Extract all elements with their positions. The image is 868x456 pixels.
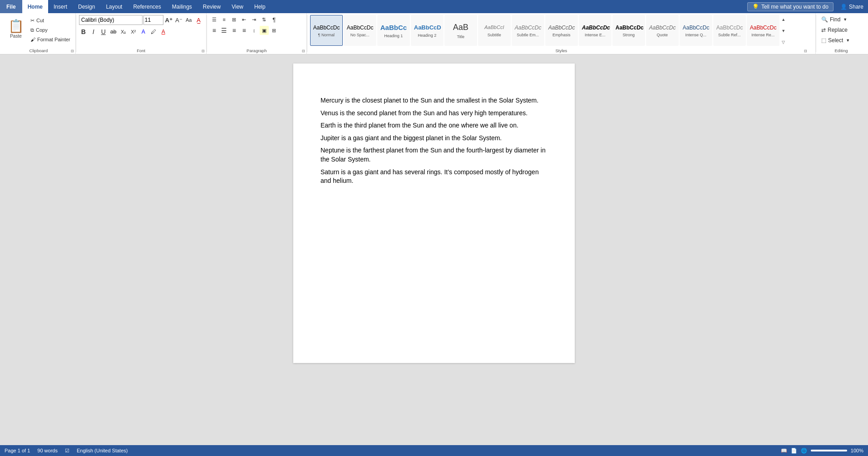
font-label-row: Font [76, 48, 206, 53]
tab-home[interactable]: Home [22, 0, 48, 13]
style-item-intense-q[interactable]: AaBbCcDcIntense Q... [680, 15, 712, 46]
strikethrough-button[interactable]: ab [109, 27, 118, 36]
font-size-input[interactable] [143, 15, 163, 25]
clear-format-button[interactable]: A̲ [194, 15, 203, 25]
style-preview-strong: AaBbCcDc [614, 24, 644, 32]
paste-button[interactable]: 📋 Paste [5, 15, 27, 43]
style-item-heading1[interactable]: AaBbCcHeading 1 [377, 15, 410, 46]
doc-paragraph-1[interactable]: Venus is the second planet from the Sun … [321, 109, 547, 118]
tell-me-box[interactable]: 💡 Tell me what you want to do [747, 2, 833, 11]
styles-scroll-down[interactable]: ▼ [780, 26, 787, 35]
bold-button[interactable]: B [79, 27, 88, 36]
doc-paragraph-4[interactable]: Neptune is the farthest planet from the … [321, 146, 547, 164]
style-item-normal[interactable]: AaBbCcDc¶ Normal [310, 15, 343, 46]
tab-view[interactable]: View [226, 0, 249, 13]
bullets-button[interactable]: ☰ [210, 15, 219, 24]
decrease-font-button[interactable]: A⁻ [174, 15, 183, 25]
change-case-button[interactable]: Aa [184, 15, 193, 25]
superscript-button[interactable]: X² [129, 27, 138, 36]
text-effects-button[interactable]: A [139, 27, 148, 36]
style-item-quote[interactable]: AaBbCcDcQuote [646, 15, 679, 46]
tell-me-text: Tell me what you want to do [761, 4, 829, 10]
style-item-subtle-em[interactable]: AaBbCcDcSubtle Em... [512, 15, 544, 46]
tab-container: File Home Insert Design Layout Reference… [0, 0, 271, 13]
underline-button[interactable]: U [99, 27, 108, 36]
tab-insert[interactable]: Insert [48, 0, 73, 13]
align-center-button[interactable]: ☰ [220, 26, 229, 35]
clipboard-content: 📋 Paste ✂ Cut ⧉ Copy 🖌 Format Painter [5, 15, 73, 46]
share-button[interactable]: 👤 Share [840, 4, 863, 10]
decrease-indent-button[interactable]: ⇤ [240, 15, 249, 24]
find-button[interactable]: 🔍 Find ▼ [819, 15, 852, 24]
tab-review[interactable]: Review [197, 0, 226, 13]
align-left-button[interactable]: ≡ [210, 26, 219, 35]
subscript-button[interactable]: X₂ [119, 27, 128, 36]
font-name-input[interactable] [79, 15, 143, 25]
sort-button[interactable]: ⇅ [260, 15, 269, 24]
style-item-no-spacing[interactable]: AaBbCcDcNo Spac... [344, 15, 376, 46]
font-row-1: A⁺ A⁻ Aa A̲ [79, 15, 203, 25]
tab-file[interactable]: File [0, 0, 22, 13]
increase-font-button[interactable]: A⁺ [164, 15, 173, 25]
tab-design[interactable]: Design [73, 0, 100, 13]
document-page[interactable]: Mercury is the closest planet to the Sun… [293, 64, 575, 363]
font-expand-icon[interactable]: ⊡ [202, 49, 205, 53]
tab-help[interactable]: Help [249, 0, 271, 13]
align-right-button[interactable]: ≡ [230, 26, 239, 35]
styles-scroll: ▲ ▼ ▽ [780, 15, 787, 47]
read-mode-icon[interactable]: 📖 [781, 448, 787, 454]
share-icon: 👤 [840, 4, 847, 10]
italic-button[interactable]: I [89, 27, 98, 36]
increase-indent-button[interactable]: ⇥ [250, 15, 259, 24]
doc-paragraph-5[interactable]: Saturn is a gas giant and has several ri… [321, 168, 547, 186]
style-item-intense-em[interactable]: AaBbCcDcIntense E... [579, 15, 612, 46]
numbering-button[interactable]: ≡ [220, 15, 229, 24]
style-item-intense-re[interactable]: AaBbCcDcIntense Re... [747, 15, 779, 46]
multilevel-list-button[interactable]: ⊞ [230, 15, 239, 24]
cut-label: Cut [36, 18, 44, 23]
editing-section-label: Editing [834, 48, 848, 53]
justify-button[interactable]: ≡ [240, 26, 249, 35]
styles-scroll-up[interactable]: ▲ [780, 15, 787, 24]
font-color-button[interactable]: A [159, 27, 168, 36]
print-layout-icon[interactable]: 📄 [791, 448, 797, 454]
format-painter-label: Format Painter [37, 37, 70, 42]
doc-paragraph-3[interactable]: Jupiter is a gas giant and the biggest p… [321, 134, 547, 143]
para-row-1: ☰ ≡ ⊞ ⇤ ⇥ ⇅ ¶ [210, 15, 304, 24]
replace-button[interactable]: ⇄ Replace [819, 25, 852, 34]
clipboard-expand-icon[interactable]: ⊡ [71, 49, 74, 53]
show-hide-button[interactable]: ¶ [270, 15, 279, 24]
style-item-strong[interactable]: AaBbCcDcStrong [612, 15, 645, 46]
style-preview-subtitle: AaBbCcI [479, 24, 509, 31]
tab-references[interactable]: References [128, 0, 166, 13]
zoom-slider[interactable] [811, 450, 847, 451]
para-row-2: ≡ ☰ ≡ ≡ ↕ ▣ ⊞ [210, 26, 304, 35]
borders-button[interactable]: ⊞ [270, 26, 279, 35]
clipboard-label-row: Clipboard [2, 48, 75, 53]
style-item-emphasis[interactable]: AaBbCcDcEmphasis [545, 15, 578, 46]
styles-expand-icon[interactable]: ⊡ [804, 49, 807, 53]
tab-mailings[interactable]: Mailings [167, 0, 197, 13]
tab-layout[interactable]: Layout [100, 0, 128, 13]
status-zoom: 100% [851, 448, 863, 453]
paragraph-expand-icon[interactable]: ⊡ [302, 49, 305, 53]
style-name-subtle-ref: Subtle Ref... [715, 33, 745, 37]
style-item-heading2[interactable]: AaBbCcDHeading 2 [411, 15, 444, 46]
cut-button[interactable]: ✂ Cut [28, 16, 73, 25]
line-spacing-button[interactable]: ↕ [250, 26, 259, 35]
copy-button[interactable]: ⧉ Copy [28, 25, 73, 34]
web-layout-icon[interactable]: 🌐 [801, 448, 807, 454]
content-area[interactable]: Mercury is the closest planet to the Sun… [0, 54, 868, 445]
highlight-color-button[interactable]: 🖊 [149, 27, 158, 36]
doc-paragraph-2[interactable]: Earth is the third planet from the Sun a… [321, 121, 547, 130]
select-button[interactable]: ⬚ Select ▼ [819, 36, 852, 45]
copy-label: Copy [36, 27, 48, 33]
styles-expand[interactable]: ▽ [780, 38, 787, 47]
doc-paragraph-0[interactable]: Mercury is the closest planet to the Sun… [321, 96, 547, 105]
tab-design-label: Design [78, 4, 95, 10]
style-item-subtle-ref[interactable]: AaBbCcDcSubtle Ref... [713, 15, 746, 46]
format-painter-button[interactable]: 🖌 Format Painter [28, 35, 73, 44]
shading-button[interactable]: ▣ [260, 26, 269, 35]
style-item-title[interactable]: AaBTitle [444, 15, 477, 46]
style-item-subtitle[interactable]: AaBbCcISubtitle [478, 15, 511, 46]
